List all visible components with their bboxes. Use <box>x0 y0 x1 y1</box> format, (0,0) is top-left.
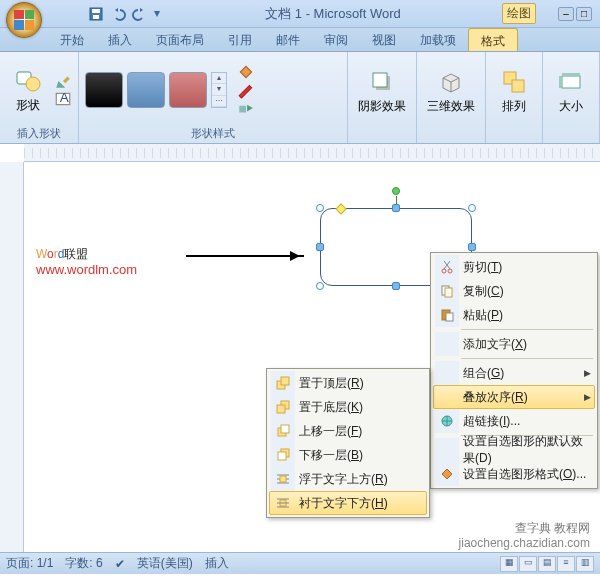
menu-in-front-text[interactable]: 浮于文字上方(R) <box>269 467 427 491</box>
shadow-icon <box>368 68 396 96</box>
restore-button[interactable]: □ <box>576 7 592 21</box>
group-insert-shapes-label: 插入形状 <box>6 125 72 142</box>
menu-add-text[interactable]: 添加文字(X) <box>433 332 595 356</box>
styles-more-button[interactable]: ▴▾⋯ <box>211 72 227 108</box>
menu-order[interactable]: 叠放次序(R) ▶ <box>433 385 595 409</box>
tab-addins[interactable]: 加载项 <box>408 28 468 51</box>
menu-paste[interactable]: 粘贴(P) <box>433 303 595 327</box>
menu-send-back-label: 置于底层(K) <box>299 399 423 416</box>
window-title: 文档 1 - Microsoft Word <box>164 5 502 23</box>
menu-send-back[interactable]: 置于底层(K) <box>269 395 427 419</box>
svg-text:A: A <box>60 90 69 105</box>
resize-handle-r[interactable] <box>468 243 476 251</box>
svg-rect-9 <box>373 73 387 87</box>
menu-copy[interactable]: 复制(C) <box>433 279 595 303</box>
menu-hyperlink-label: 超链接(I)... <box>463 413 591 430</box>
style-swatch-red[interactable] <box>169 72 207 108</box>
group-arrange: 排列 <box>486 52 543 143</box>
style-swatch-blue[interactable] <box>127 72 165 108</box>
svg-rect-16 <box>445 288 452 297</box>
office-button[interactable] <box>6 2 42 38</box>
format-icon <box>439 466 455 482</box>
outline-view-icon[interactable]: ≡ <box>557 556 575 572</box>
menu-format-shape[interactable]: 设置自选图形格式(O)... <box>433 462 595 486</box>
tab-insert[interactable]: 插入 <box>96 28 144 51</box>
svg-rect-23 <box>277 405 285 413</box>
status-language[interactable]: 英语(美国) <box>137 555 193 572</box>
3d-button[interactable]: 三维效果 <box>423 66 479 117</box>
menu-cut[interactable]: 剪切(T) <box>433 255 595 279</box>
send-back-icon <box>275 399 291 415</box>
resize-handle-b[interactable] <box>392 282 400 290</box>
svg-rect-12 <box>562 76 580 88</box>
menu-send-backward-label: 下移一层(B) <box>299 447 423 464</box>
menu-group-label: 组合(G) <box>463 365 580 382</box>
style-swatch-dark[interactable] <box>85 72 123 108</box>
arrange-icon <box>500 68 528 96</box>
menu-bring-forward[interactable]: 上移一层(F) <box>269 419 427 443</box>
bring-front-icon <box>275 375 291 391</box>
edit-shape-icon[interactable] <box>54 73 72 89</box>
svg-rect-28 <box>280 476 286 482</box>
menu-behind-text[interactable]: 衬于文字下方(H) <box>269 491 427 515</box>
tab-references[interactable]: 引用 <box>216 28 264 51</box>
menu-separator <box>461 358 593 359</box>
group-size: 大小 <box>543 52 600 143</box>
fullscreen-view-icon[interactable]: ▭ <box>519 556 537 572</box>
adjust-handle[interactable] <box>335 203 346 214</box>
vertical-ruler[interactable] <box>0 162 24 556</box>
shape-fill-icon[interactable] <box>237 64 255 80</box>
status-spellcheck-icon[interactable]: ✔ <box>115 557 125 571</box>
menu-hyperlink[interactable]: 超链接(I)... <box>433 409 595 433</box>
resize-handle-l[interactable] <box>316 243 324 251</box>
resize-handle-tr[interactable] <box>468 204 476 212</box>
redo-icon[interactable] <box>132 6 148 22</box>
group-size-label <box>549 128 593 142</box>
qat-customize-icon[interactable]: ▾ <box>154 6 164 22</box>
menu-bring-front[interactable]: 置于顶层(R) <box>269 371 427 395</box>
tab-mailings[interactable]: 邮件 <box>264 28 312 51</box>
resize-handle-tl[interactable] <box>316 204 324 212</box>
group-shape-styles-label: 形状样式 <box>85 125 341 142</box>
svg-rect-25 <box>281 425 289 433</box>
submenu-arrow-icon: ▶ <box>584 392 591 402</box>
resize-handle-bl[interactable] <box>316 282 324 290</box>
svg-rect-18 <box>446 313 453 321</box>
arrange-button[interactable]: 排列 <box>492 66 536 117</box>
shape-outline-icon[interactable] <box>237 82 255 98</box>
change-shape-icon[interactable] <box>237 100 255 116</box>
quick-access-toolbar: ▾ <box>88 6 164 22</box>
undo-icon[interactable] <box>110 6 126 22</box>
arrow-shape[interactable] <box>186 255 304 257</box>
menu-group[interactable]: 组合(G) ▶ <box>433 361 595 385</box>
print-layout-view-icon[interactable]: ▦ <box>500 556 518 572</box>
tab-home[interactable]: 开始 <box>48 28 96 51</box>
shadow-button[interactable]: 阴影效果 <box>354 66 410 117</box>
window-buttons: – □ <box>558 7 592 21</box>
tab-view[interactable]: 视图 <box>360 28 408 51</box>
svg-rect-7 <box>239 106 246 113</box>
status-words[interactable]: 字数: 6 <box>65 555 102 572</box>
send-backward-icon <box>275 447 291 463</box>
resize-handle-t[interactable] <box>392 204 400 212</box>
menu-send-backward[interactable]: 下移一层(B) <box>269 443 427 467</box>
hyperlink-icon <box>439 413 455 429</box>
size-button[interactable]: 大小 <box>549 66 593 117</box>
svg-rect-11 <box>512 80 524 92</box>
status-page[interactable]: 页面: 1/1 <box>6 555 53 572</box>
textbox-icon[interactable]: A <box>54 91 72 107</box>
minimize-button[interactable]: – <box>558 7 574 21</box>
save-icon[interactable] <box>88 6 104 22</box>
rotation-handle[interactable] <box>392 187 400 195</box>
horizontal-ruler[interactable] <box>24 144 600 162</box>
tab-format[interactable]: 格式 <box>468 28 518 51</box>
menu-format-shape-label: 设置自选图形格式(O)... <box>463 466 591 483</box>
menu-set-default[interactable]: 设置自选图形的默认效果(D) <box>433 438 595 462</box>
shapes-button[interactable]: 形状 <box>6 65 50 116</box>
web-view-icon[interactable]: ▤ <box>538 556 556 572</box>
status-mode[interactable]: 插入 <box>205 555 229 572</box>
tab-review[interactable]: 审阅 <box>312 28 360 51</box>
tab-page-layout[interactable]: 页面布局 <box>144 28 216 51</box>
draft-view-icon[interactable]: ▥ <box>576 556 594 572</box>
3d-button-label: 三维效果 <box>427 98 475 115</box>
